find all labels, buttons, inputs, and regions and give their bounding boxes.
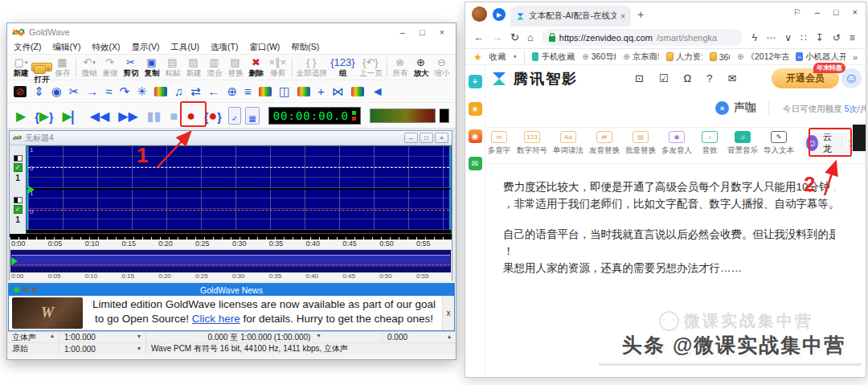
minimize-button[interactable]: – [400, 27, 405, 37]
effect-button[interactable]: ≈ [105, 85, 112, 97]
menu-icon[interactable]: ≡ [850, 32, 855, 43]
toolbar-button[interactable]: ↶▾ 撤销 [79, 57, 100, 77]
effect-button[interactable]: ⇕ [34, 85, 44, 97]
text-line[interactable]: 果想用人家的资源，还真的需要另想办法才行…… [503, 260, 835, 276]
text-line[interactable]: ，非常适用于我们老师们，比如文字配音、数字人播报、自动字幕等。因为用到的都是语 [503, 195, 835, 212]
refresh-button[interactable]: ↻ [510, 31, 519, 43]
effect-button[interactable]: → [86, 85, 98, 97]
dropdown-icon[interactable]: ∨ [784, 32, 792, 43]
overview-bar[interactable] [10, 250, 451, 272]
channel-enabled-checkbox[interactable]: ✓ [14, 163, 23, 172]
effect-button[interactable] [297, 87, 310, 96]
apps-grid-icon[interactable]: ∷ [800, 32, 807, 43]
menu-item[interactable]: 编辑(Y) [52, 42, 80, 53]
new-tab-button[interactable]: + [637, 8, 644, 21]
effect-button[interactable]: ♫ [174, 85, 183, 97]
editor-tool[interactable]: Aa 单词读法 [553, 131, 583, 156]
bookmark-item[interactable]: 360导航 [582, 51, 616, 63]
caret-down-icon[interactable]: ▾ [514, 53, 517, 60]
toolbar-button[interactable] [76, 58, 76, 77]
toolbar-button[interactable]: {123} 组 [329, 57, 358, 77]
toolbar-button[interactable]: ▤ 粘贴 [162, 57, 183, 77]
toolbar-button[interactable]: ▨ 替换 [225, 57, 246, 77]
headset-icon[interactable]: Ω [684, 72, 692, 84]
restore-icon[interactable]: ↺ [833, 32, 841, 43]
maximize-button[interactable]: □ [833, 7, 839, 18]
text-line[interactable]: ！ [503, 243, 835, 260]
waveform-channel-2[interactable]: 1 0 [27, 188, 451, 230]
flag-icon[interactable]: ⚐ [793, 7, 801, 18]
effect-button[interactable]: ✳ [137, 85, 147, 97]
toolbar-button[interactable]: ⊕ 放大 [411, 57, 432, 77]
status-value[interactable]: 0.000▴ [382, 333, 456, 342]
waveform-channel-1[interactable]: 1 0 [27, 146, 451, 188]
editor-tool[interactable]: 123 数字符号 [517, 131, 547, 156]
editor-tool[interactable]: ♫ 背景音乐 [727, 131, 758, 156]
effect-button[interactable]: ◉ [51, 85, 62, 97]
transport-button[interactable]: ▮▮ [145, 107, 164, 125]
home-button[interactable]: ⌂ [527, 31, 534, 43]
waveform-display[interactable]: 1 0 1 0 [26, 145, 452, 234]
goldwave-titlebar[interactable]: GoldWave – □ × [7, 23, 456, 41]
editor-tool[interactable]: ♪ 音效 [698, 131, 722, 156]
transport-button[interactable]: ▶ [14, 107, 28, 125]
transport-button[interactable]: ▶▶ [116, 107, 141, 125]
menu-item[interactable]: 工具(U) [170, 42, 199, 53]
bookmark-item[interactable]: 人力资源 [666, 51, 702, 63]
forward-button[interactable]: → [492, 31, 502, 43]
vip-button[interactable]: 开通会员 年末特惠 [772, 68, 839, 88]
lightning-icon[interactable]: ϟ [752, 32, 757, 43]
toolbar-button[interactable]: ▥ 混合 [204, 57, 225, 77]
menu-item[interactable]: 帮助(S) [291, 42, 319, 53]
news-link[interactable]: Click here [192, 313, 240, 325]
effect-button[interactable] [259, 87, 272, 96]
text-line[interactable]: 费力度还比较大，即便是开通了高级会员每个月数字人只能用10分钟，而且还有使用次数 [503, 178, 835, 195]
help-icon[interactable]: ? [706, 72, 712, 84]
caret-down-icon[interactable]: ▾ [47, 63, 50, 75]
effect-button[interactable]: ↷ [120, 85, 130, 97]
effect-button[interactable]: ⋈ [332, 85, 344, 97]
menu-item[interactable]: 文件(Z) [14, 42, 41, 53]
document-titlebar[interactable]: 无标题4 – □ × [10, 131, 452, 145]
toolbar-button[interactable]: ⊖ 缩小 [432, 57, 452, 77]
bookmark-item[interactable]: 《2012年吉尼斯 [737, 51, 788, 63]
transport-button[interactable]: ▦ [245, 107, 259, 125]
editor-tool[interactable]: ✎ 导入文本 [764, 131, 794, 156]
menu-item[interactable]: 显示(V) [131, 42, 159, 53]
text-line[interactable]: 自己的语音平台，当时我就直言说以后必然会收费。但让我没料到的是这个收费来的这么 [503, 226, 835, 243]
user-avatar[interactable]: ☺ [841, 68, 862, 88]
browser-tab[interactable]: 文本配音-AI配音-在线文字转 × [510, 6, 631, 27]
feedback-icon[interactable]: ✉ [728, 72, 737, 84]
toolbar-button[interactable]: ×∥× 修剪 [267, 57, 289, 77]
playback-marker[interactable] [28, 186, 35, 194]
doc-maximize-button[interactable]: □ [420, 133, 433, 143]
doc-minimize-button[interactable]: – [404, 133, 418, 143]
send-icon[interactable]: ▶ [493, 8, 506, 21]
news-close-button[interactable]: x [442, 296, 454, 330]
toolbar-button[interactable]: {↶} 上一页 [358, 57, 384, 77]
star-icon[interactable]: ★ [469, 102, 482, 116]
mail-icon[interactable]: ✉ [469, 157, 482, 170]
voice-tab[interactable]: » 声咖 [715, 100, 756, 115]
tab-close-icon[interactable]: × [620, 12, 625, 21]
toolbar-button[interactable] [292, 58, 293, 77]
more-icon[interactable]: ⋯ [766, 32, 776, 43]
overview-playback-marker[interactable] [11, 257, 18, 265]
toolbar-button[interactable]: ▣ 复制 [141, 57, 162, 77]
caret-down-icon[interactable]: ▾ [92, 57, 96, 68]
editor-tool[interactable]: ▤ 批量替换 [625, 131, 656, 156]
maximize-button[interactable]: □ [420, 27, 425, 37]
toolbar-button[interactable]: ⊗ 所有 [390, 57, 411, 77]
plus-icon[interactable]: + [469, 75, 482, 88]
effect-button[interactable]: ◄ [371, 85, 384, 98]
transport-button[interactable]: ◀◀ [88, 107, 113, 125]
effect-button[interactable]: ⊘ [14, 86, 27, 97]
toolbar-button[interactable]: ✖ 删除 [246, 57, 267, 77]
effect-button[interactable]: ≡ [244, 85, 252, 97]
toolbar-button[interactable]: { } 全部选择 [295, 57, 329, 77]
toolbar-button[interactable]: ✂ 剪切 [121, 57, 141, 77]
screen-icon[interactable]: ⊡ [635, 72, 644, 84]
bookmark-item[interactable]: 360 [710, 51, 730, 63]
weibo-icon[interactable]: ◉ [469, 129, 482, 143]
effect-button[interactable] [351, 87, 364, 96]
